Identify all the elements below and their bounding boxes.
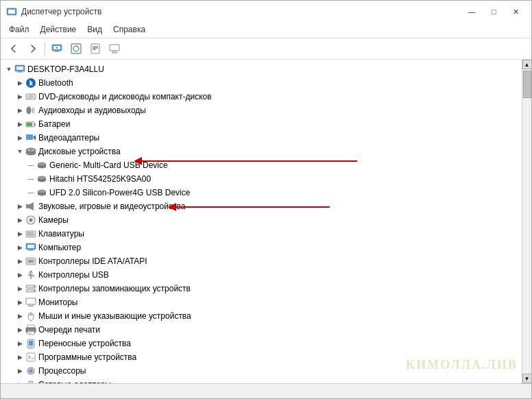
toolbar-forward[interactable]: [24, 40, 42, 57]
toolbar-back[interactable]: [5, 40, 23, 57]
portable-expand[interactable]: ▶: [14, 338, 25, 349]
svg-point-76: [30, 312, 32, 313]
battery-label: Батареи: [38, 119, 70, 129]
tree-item-disk[interactable]: ▼ Дисковые устройства: [1, 145, 522, 158]
tree-item-dvd[interactable]: ▶ DVD-дисководы и дисководы компакт-диск…: [1, 90, 522, 104]
menu-file[interactable]: Файл: [3, 23, 35, 36]
svg-point-85: [30, 346, 32, 348]
svg-rect-104: [29, 381, 33, 383]
tree-item-bluetooth[interactable]: ▶ Bluetooth: [1, 76, 522, 90]
software-expand[interactable]: ▶: [14, 352, 25, 363]
scroll-up[interactable]: ▲: [522, 60, 532, 69]
root-expand[interactable]: ▼: [3, 64, 14, 75]
video-expand[interactable]: ▶: [14, 132, 25, 143]
cpu-expand[interactable]: ▶: [14, 365, 25, 376]
toolbar-sep-1: [45, 42, 45, 56]
svg-point-45: [38, 190, 46, 193]
monitors-label: Мониторы: [38, 298, 77, 307]
tree-item-mice[interactable]: ▶ Мыши и иные указывающие устройства: [1, 309, 522, 323]
battery-expand[interactable]: ▶: [14, 119, 25, 130]
maximize-button[interactable]: □: [483, 5, 504, 19]
ide-expand[interactable]: ▶: [14, 256, 25, 267]
tree-item-video[interactable]: ▶ Видеоадаптеры: [1, 131, 522, 145]
dvd-label: DVD-дисководы и дисководы компакт-дисков: [38, 92, 212, 101]
monitors-expand[interactable]: ▶: [14, 297, 25, 308]
window-title: Диспетчер устройств: [21, 7, 101, 16]
svg-point-27: [27, 107, 31, 114]
svg-point-10: [73, 46, 79, 51]
svg-rect-31: [26, 134, 33, 140]
svg-rect-2: [10, 14, 13, 15]
svg-point-36: [30, 149, 32, 151]
sound-expand[interactable]: ▶: [14, 201, 25, 212]
toolbar-monitor[interactable]: [106, 40, 123, 57]
close-button[interactable]: ✕: [505, 5, 526, 19]
tree-item-software[interactable]: ▶ Программные устройства: [1, 350, 522, 364]
tree-item-sound[interactable]: ▶ Звуковые, игровые и видеоустройства: [1, 200, 522, 213]
menu-view[interactable]: Вид: [82, 23, 108, 36]
cpu-label: Процессоры: [38, 366, 86, 376]
bluetooth-expand[interactable]: ▶: [14, 77, 25, 88]
camera-icon: [25, 215, 36, 226]
hitachi-expand: —: [25, 173, 36, 184]
tree-item-computer[interactable]: ▶ Компьютер: [1, 241, 522, 254]
tree-item-ide[interactable]: ▶ Контроллеры IDE ATA/ATAPI: [1, 254, 522, 268]
tree-item-keyboard[interactable]: ▶ Клавиатуры: [1, 227, 522, 241]
sound-icon: [25, 201, 36, 212]
dvd-expand[interactable]: ▶: [14, 91, 25, 102]
refresh-icon: [71, 43, 82, 54]
camera-expand[interactable]: ▶: [14, 215, 25, 226]
svg-point-50: [30, 219, 32, 221]
tree-item-ufd[interactable]: — UFD 2.0 Silicon-Power4G USB Device: [1, 186, 522, 200]
svg-point-42: [38, 176, 46, 180]
print-expand[interactable]: ▶: [14, 324, 25, 335]
menu-help[interactable]: Справка: [108, 23, 151, 36]
tree-item-monitors[interactable]: ▶ Мониторы: [1, 295, 522, 309]
svg-rect-6: [56, 51, 59, 52]
computer-expand[interactable]: ▶: [14, 242, 25, 253]
svg-point-67: [34, 286, 35, 287]
monitor-icon: [109, 43, 120, 54]
toolbar-properties[interactable]: [86, 40, 104, 57]
tree-item-portable[interactable]: ▶ Переносные устройства: [1, 337, 522, 350]
device-tree[interactable]: ▼ DESKTOP-F3A4LLU ▶ Bluetooth ▶: [1, 60, 522, 383]
scrollbar[interactable]: ▲ ▼: [522, 60, 531, 383]
ufd-expand: —: [25, 187, 36, 198]
svg-rect-55: [27, 234, 34, 236]
tree-root[interactable]: ▼ DESKTOP-F3A4LLU: [1, 62, 522, 76]
svg-rect-54: [32, 232, 33, 234]
tree-item-usb[interactable]: ▶ Контроллеры USB: [1, 268, 522, 282]
minimize-button[interactable]: —: [461, 5, 482, 19]
storage-expand[interactable]: ▶: [14, 283, 25, 294]
ufd-label: UFD 2.0 Silicon-Power4G USB Device: [49, 188, 190, 197]
svg-rect-84: [29, 341, 33, 346]
toolbar-refresh[interactable]: [67, 40, 85, 57]
tree-item-network[interactable]: ▶ Сетевые адаптеры: [1, 378, 522, 383]
portable-icon: [25, 338, 36, 349]
tree-item-generic[interactable]: — Generic- Multi-Card USB Device: [1, 158, 522, 172]
properties-icon: [90, 43, 101, 54]
tree-item-hitachi[interactable]: — Hitachi HTS542525K9SA00: [1, 172, 522, 186]
tree-item-camera[interactable]: ▶ Камеры: [1, 213, 522, 227]
usb-expand[interactable]: ▶: [14, 269, 25, 280]
scroll-thumb[interactable]: [523, 71, 531, 98]
svg-point-68: [34, 290, 35, 291]
tree-item-print[interactable]: ▶ Очереди печати: [1, 323, 522, 337]
menu-action[interactable]: Действие: [35, 23, 82, 36]
mice-expand[interactable]: ▶: [14, 311, 25, 322]
tree-item-battery[interactable]: ▶ Батареи: [1, 117, 522, 131]
tree-item-storage[interactable]: ▶ Контроллеры запоминающих устройств: [1, 282, 522, 295]
keyboard-expand[interactable]: ▶: [14, 228, 25, 239]
svg-rect-86: [27, 353, 35, 361]
disk-expand[interactable]: ▼: [14, 146, 25, 157]
tree-item-cpu[interactable]: ▶ Процессоры: [1, 364, 522, 378]
content-area: ▼ DESKTOP-F3A4LLU ▶ Bluetooth ▶: [1, 60, 531, 383]
dvd-icon: [25, 91, 36, 102]
audio-expand[interactable]: ▶: [14, 105, 25, 116]
toolbar-device-manager[interactable]: [48, 40, 66, 57]
svg-rect-57: [27, 245, 34, 248]
scroll-down[interactable]: ▼: [522, 374, 532, 383]
svg-rect-63: [29, 274, 31, 276]
tree-item-audio[interactable]: ▶ Аудиовходы и аудиовыходы: [1, 104, 522, 117]
network-expand[interactable]: ▶: [14, 379, 25, 383]
